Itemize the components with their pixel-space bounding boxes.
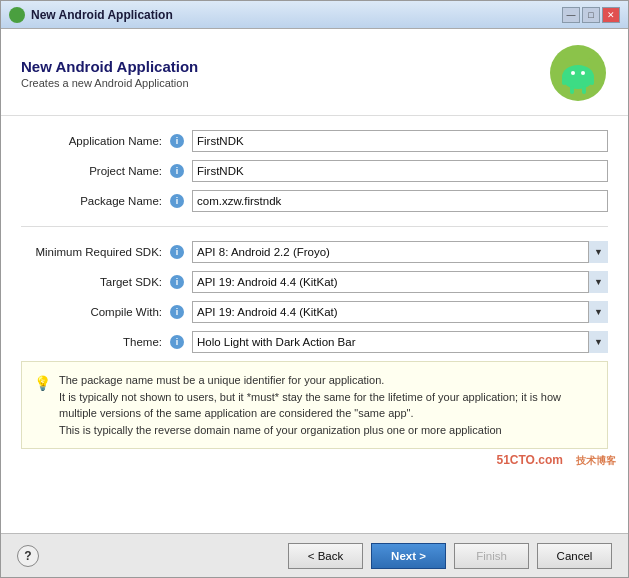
dialog-title: New Android Application <box>21 58 548 75</box>
theme-row: Theme: i Holo Light with Dark Action Bar… <box>21 331 608 353</box>
window-icon <box>9 7 25 23</box>
dialog-content: New Android Application Creates a new An… <box>1 29 628 533</box>
package-name-info-icon[interactable]: i <box>170 194 184 208</box>
svg-rect-7 <box>590 77 594 85</box>
next-button[interactable]: Next > <box>371 543 446 569</box>
theme-info-icon[interactable]: i <box>170 335 184 349</box>
package-name-row: Package Name: i <box>21 190 608 212</box>
theme-label: Theme: <box>21 336 166 348</box>
svg-point-1 <box>562 65 594 89</box>
target-sdk-select[interactable]: API 19: Android 4.4 (KitKat) <box>192 271 608 293</box>
min-sdk-select-wrapper: API 8: Android 2.2 (Froyo) ▼ <box>192 241 608 263</box>
svg-rect-6 <box>562 77 566 85</box>
min-sdk-row: Minimum Required SDK: i API 8: Android 2… <box>21 241 608 263</box>
bulb-icon: 💡 <box>34 373 51 438</box>
watermark-area: 51CTO.com 技术博客 <box>1 449 628 468</box>
dialog-footer: ? < Back Next > Finish Cancel <box>1 533 628 577</box>
main-window: New Android Application — □ ✕ New Androi… <box>0 0 629 578</box>
theme-select-wrapper: Holo Light with Dark Action Bar ▼ <box>192 331 608 353</box>
min-sdk-select[interactable]: API 8: Android 2.2 (Froyo) <box>192 241 608 263</box>
project-name-info-icon[interactable]: i <box>170 164 184 178</box>
window-title: New Android Application <box>31 8 562 22</box>
app-name-row: Application Name: i <box>21 130 608 152</box>
package-name-label: Package Name: <box>21 195 166 207</box>
package-name-input[interactable] <box>192 190 608 212</box>
cancel-button[interactable]: Cancel <box>537 543 612 569</box>
dialog-subtitle: Creates a new Android Application <box>21 77 548 89</box>
close-button[interactable]: ✕ <box>602 7 620 23</box>
project-name-input[interactable] <box>192 160 608 182</box>
target-sdk-info-icon[interactable]: i <box>170 275 184 289</box>
theme-select[interactable]: Holo Light with Dark Action Bar <box>192 331 608 353</box>
compile-with-select-wrapper: API 19: Android 4.4 (KitKat) ▼ <box>192 301 608 323</box>
back-button[interactable]: < Back <box>288 543 363 569</box>
app-name-label: Application Name: <box>21 135 166 147</box>
compile-with-row: Compile With: i API 19: Android 4.4 (Kit… <box>21 301 608 323</box>
android-icon <box>548 43 608 103</box>
project-name-label: Project Name: <box>21 165 166 177</box>
min-sdk-info-icon[interactable]: i <box>170 245 184 259</box>
android-logo <box>548 43 608 103</box>
window-controls: — □ ✕ <box>562 7 620 23</box>
compile-with-info-icon[interactable]: i <box>170 305 184 319</box>
compile-with-select[interactable]: API 19: Android 4.4 (KitKat) <box>192 301 608 323</box>
info-box-text: The package name must be a unique identi… <box>59 372 595 438</box>
min-sdk-label: Minimum Required SDK: <box>21 246 166 258</box>
minimize-button[interactable]: — <box>562 7 580 23</box>
target-sdk-label: Target SDK: <box>21 276 166 288</box>
app-name-input[interactable] <box>192 130 608 152</box>
maximize-button[interactable]: □ <box>582 7 600 23</box>
watermark-subtext: 技术博客 <box>566 455 616 466</box>
app-name-info-icon[interactable]: i <box>170 134 184 148</box>
title-bar: New Android Application — □ ✕ <box>1 1 628 29</box>
info-box: 💡 The package name must be a unique iden… <box>21 361 608 449</box>
compile-with-label: Compile With: <box>21 306 166 318</box>
finish-button[interactable]: Finish <box>454 543 529 569</box>
dialog-header: New Android Application Creates a new An… <box>1 29 628 116</box>
svg-point-2 <box>571 71 575 75</box>
help-button[interactable]: ? <box>17 545 39 567</box>
form-divider <box>21 226 608 227</box>
svg-rect-9 <box>582 86 586 94</box>
watermark-text: 51CTO.com <box>496 453 562 467</box>
target-sdk-select-wrapper: API 19: Android 4.4 (KitKat) ▼ <box>192 271 608 293</box>
form-section: Application Name: i Project Name: i Pack… <box>1 116 628 361</box>
svg-rect-8 <box>570 86 574 94</box>
project-name-row: Project Name: i <box>21 160 608 182</box>
header-text: New Android Application Creates a new An… <box>21 58 548 89</box>
svg-point-3 <box>581 71 585 75</box>
target-sdk-row: Target SDK: i API 19: Android 4.4 (KitKa… <box>21 271 608 293</box>
